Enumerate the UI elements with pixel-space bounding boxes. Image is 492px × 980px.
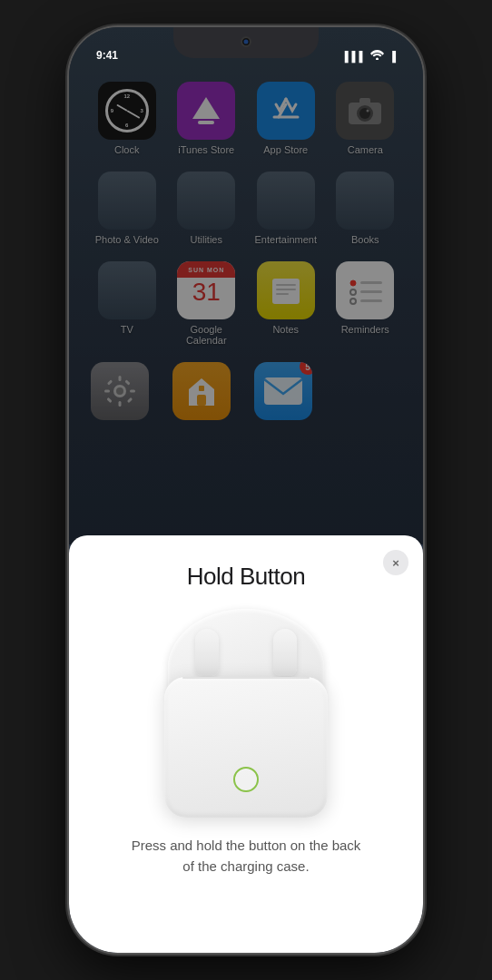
signal-icon: ▌▌▌ — [345, 51, 366, 62]
case-body — [164, 677, 328, 818]
svg-point-0 — [376, 58, 379, 61]
status-bar: 9:41 ▌▌▌ ▐ — [69, 27, 423, 67]
status-icons: ▌▌▌ ▐ — [345, 50, 396, 62]
airpod-right — [273, 629, 297, 676]
modal-title: Hold Button — [187, 563, 305, 591]
status-time: 9:41 — [96, 49, 118, 62]
screen: 9:41 ▌▌▌ ▐ — [69, 27, 423, 953]
battery-icon: ▐ — [389, 51, 396, 62]
case-seam — [182, 677, 310, 679]
modal-description: Press and hold the button on the back of… — [128, 836, 364, 877]
airpods-illustration — [146, 609, 346, 818]
phone-frame: 9:41 ▌▌▌ ▐ — [69, 27, 423, 953]
dim-overlay — [69, 27, 423, 544]
wifi-icon — [370, 50, 384, 62]
case-button — [233, 767, 259, 792]
airpod-left — [195, 629, 219, 676]
modal-close-button[interactable]: × — [383, 550, 408, 575]
hold-button-modal: × Hold Button — [69, 535, 423, 953]
